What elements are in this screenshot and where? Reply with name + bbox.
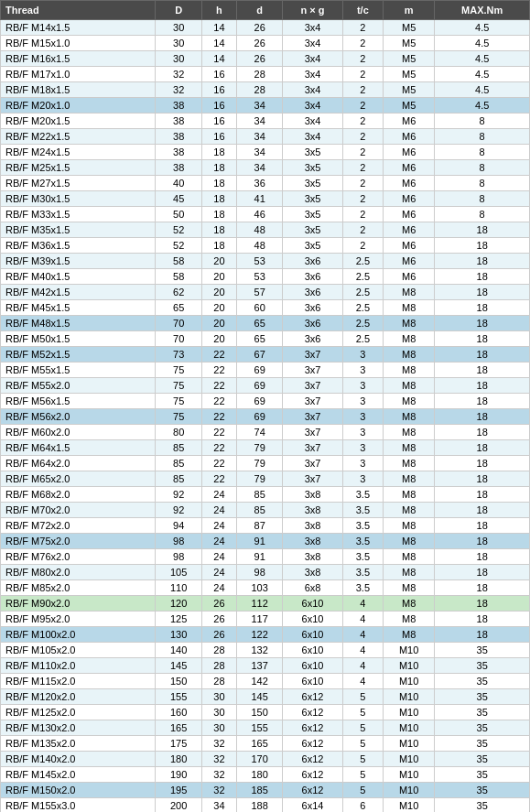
table-row: RB/F M72x2.09424873x83.5M818 [1,518,530,534]
cell-3: 79 [236,440,282,456]
cell-1: 38 [156,160,201,176]
cell-4: 3x6 [283,316,342,331]
cell-0: RB/F M72x2.0 [1,518,156,534]
table-row: RB/F M80x2.010524983x83.5M818 [1,565,530,580]
cell-0: RB/F M75x2.0 [1,534,156,549]
cell-0: RB/F M36x1.5 [1,238,156,254]
cell-1: 58 [156,269,201,285]
cell-0: RB/F M35x1.5 [1,222,156,238]
cell-3: 53 [236,269,282,285]
cell-0: RB/F M150x2.0 [1,783,156,798]
cell-2: 22 [201,456,236,471]
cell-6: M10 [383,783,434,798]
cell-5: 5 [342,720,383,736]
table-row: RB/F M14x1.53014263x42M54.5 [1,20,530,36]
cell-0: RB/F M100x2.0 [1,627,156,643]
cell-5: 2 [342,191,383,207]
cell-7: 18 [435,269,530,285]
cell-0: RB/F M48x1.5 [1,316,156,331]
cell-3: 69 [236,378,282,394]
cell-1: 92 [156,487,201,503]
cell-6: M6 [383,269,434,285]
cell-1: 98 [156,549,201,565]
cell-7: 4.5 [435,67,530,82]
cell-3: 46 [236,207,282,222]
table-row: RB/F M36x1.55218483x52M618 [1,238,530,254]
cell-1: 75 [156,394,201,409]
cell-3: 79 [236,456,282,471]
cell-7: 18 [435,627,530,643]
cell-5: 3 [342,394,383,409]
cell-4: 3x8 [283,487,342,503]
cell-6: M8 [383,487,434,503]
cell-4: 3x7 [283,425,342,440]
cell-4: 6x12 [283,783,342,798]
cell-1: 30 [156,20,201,36]
table-row: RB/F M16x1.53014263x42M54.5 [1,51,530,67]
cell-5: 2 [342,222,383,238]
cell-7: 8 [435,176,530,191]
cell-7: 4.5 [435,51,530,67]
cell-7: 18 [435,300,530,316]
cell-0: RB/F M105x2.0 [1,643,156,658]
cell-0: RB/F M22x1.5 [1,129,156,145]
table-row: RB/F M120x2.0155301456x125M1035 [1,689,530,705]
cell-5: 3.5 [342,503,383,518]
cell-7: 18 [435,456,530,471]
cell-3: 65 [236,316,282,331]
cell-5: 3.5 [342,580,383,596]
cell-7: 4.5 [435,82,530,98]
cell-6: M6 [383,222,434,238]
table-row: RB/F M90x2.0120261126x104M818 [1,596,530,612]
cell-4: 6x14 [283,798,342,813]
cell-3: 34 [236,129,282,145]
cell-5: 4 [342,627,383,643]
cell-6: M5 [383,51,434,67]
cell-6: M6 [383,176,434,191]
cell-1: 38 [156,129,201,145]
cell-6: M5 [383,98,434,114]
cell-2: 20 [201,316,236,331]
table-row: RB/F M85x2.0110241036x83.5M818 [1,580,530,596]
cell-1: 145 [156,658,201,674]
cell-4: 6x12 [283,736,342,752]
cell-1: 30 [156,36,201,51]
cell-3: 26 [236,20,282,36]
cell-6: M10 [383,674,434,689]
cell-6: M8 [383,347,434,363]
cell-2: 26 [201,627,236,643]
specs-table: Thread D h d n × g t/c m MAX.Nm RB/F M14… [0,0,530,812]
table-row: RB/F M20x1.53816343x42M68 [1,114,530,129]
cell-7: 35 [435,658,530,674]
cell-1: 50 [156,207,201,222]
cell-5: 4 [342,658,383,674]
cell-7: 18 [435,612,530,627]
table-row: RB/F M33x1.55018463x52M68 [1,207,530,222]
cell-2: 24 [201,487,236,503]
cell-7: 35 [435,705,530,720]
table-row: RB/F M50x1.57020653x62.5M818 [1,331,530,347]
cell-3: 122 [236,627,282,643]
cell-3: 150 [236,705,282,720]
cell-5: 4 [342,612,383,627]
cell-4: 3x7 [283,394,342,409]
cell-4: 3x5 [283,207,342,222]
cell-5: 2.5 [342,285,383,300]
cell-2: 24 [201,549,236,565]
cell-7: 18 [435,222,530,238]
cell-7: 8 [435,129,530,145]
cell-5: 4 [342,596,383,612]
cell-0: RB/F M115x2.0 [1,674,156,689]
cell-3: 91 [236,534,282,549]
cell-4: 3x7 [283,363,342,378]
cell-1: 110 [156,580,201,596]
table-row: RB/F M35x1.55218483x52M618 [1,222,530,238]
cell-6: M8 [383,394,434,409]
cell-2: 16 [201,129,236,145]
table-row: RB/F M30x1.54518413x52M68 [1,191,530,207]
cell-5: 2.5 [342,331,383,347]
cell-0: RB/F M45x1.5 [1,300,156,316]
cell-3: 170 [236,752,282,767]
cell-6: M6 [383,238,434,254]
cell-1: 155 [156,689,201,705]
